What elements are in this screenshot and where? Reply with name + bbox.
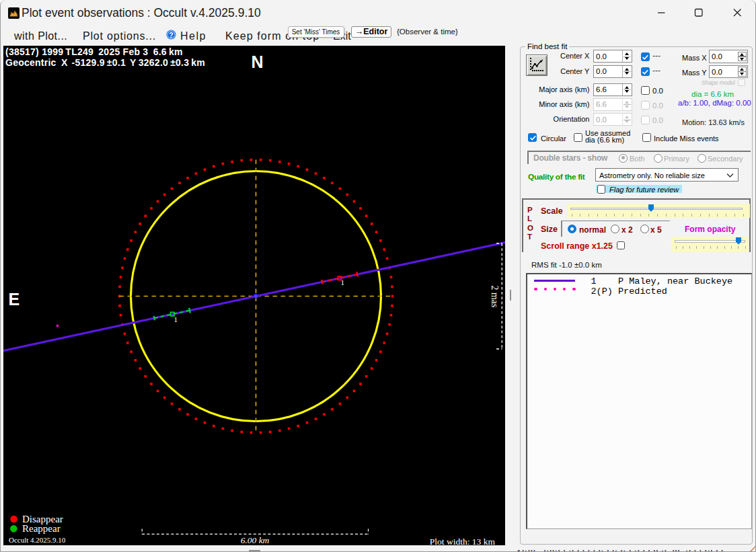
svg-text:N: N: [252, 52, 264, 71]
svg-text:6.00 km: 6.00 km: [241, 535, 270, 545]
svg-text:1: 1: [174, 315, 178, 323]
svg-text:(38517) 1999 TL249 2025 Feb 3: (38517) 1999 TL249 2025 Feb 3 6.6 km: [5, 46, 183, 57]
svg-text:E: E: [9, 290, 20, 309]
svg-text:Geocentric X -5129.9 ±0.1 Y: Geocentric X -5129.9 ±0.1 Y 3262.0 ±0.3 …: [5, 57, 205, 68]
svg-text:1: 1: [341, 278, 345, 286]
svg-text:Occult 4.2025.9.10: Occult 4.2025.9.10: [9, 536, 66, 544]
svg-text:Plot width: 13 km: Plot width: 13 km: [430, 537, 496, 545]
svg-text:?: ?: [169, 31, 173, 39]
svg-text:Reappear: Reappear: [22, 523, 61, 534]
svg-text:2 mas: 2 mas: [490, 285, 500, 307]
